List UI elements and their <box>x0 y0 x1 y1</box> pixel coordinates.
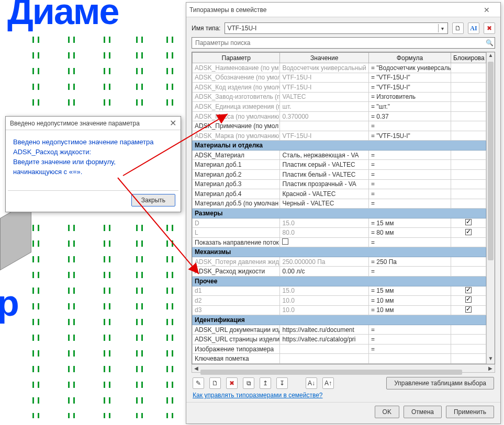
cancel-button[interactable]: Отмена <box>404 406 442 418</box>
table-row[interactable]: D15.0= 15 мм <box>193 218 486 228</box>
group-header[interactable]: Размеры <box>193 209 486 219</box>
table-row[interactable]: ADSK_Завод-изготовитель (пVALTEC= Изгото… <box>193 92 486 102</box>
cell-lock[interactable] <box>451 354 486 364</box>
horizontal-scrollbar[interactable]: ◀ ▶ <box>192 364 495 373</box>
cell-formula[interactable]: = "VTF-15U-І" <box>369 131 451 141</box>
sort-asc-button[interactable]: A↓ <box>306 377 317 389</box>
new-type-button[interactable]: 🗋 <box>452 22 464 34</box>
cell-parameter[interactable]: ADSK_Расход жидкости <box>193 267 280 277</box>
cell-parameter[interactable]: ADSK_URL страницы изделия <box>193 335 280 344</box>
cell-lock[interactable] <box>451 150 486 160</box>
cell-parameter[interactable]: Материал доб.1 <box>193 160 280 170</box>
cell-value[interactable]: 0.00 л/с <box>280 267 369 277</box>
col-header-value[interactable]: Значение <box>280 53 369 63</box>
move-up-button[interactable]: ↥ <box>260 377 271 389</box>
type-name-combo[interactable]: VTF-15U-І ▾ <box>225 22 448 34</box>
cell-parameter[interactable]: d2 <box>193 296 280 306</box>
error-close-button[interactable]: Закрыть <box>131 194 175 206</box>
cell-formula[interactable]: = <box>369 335 451 344</box>
cell-formula[interactable]: = <box>369 170 451 180</box>
close-icon[interactable]: ✕ <box>476 6 497 14</box>
table-row[interactable]: Материал доб.1Пластик серый - VALTEC= <box>193 160 486 170</box>
checkbox-checked[interactable] <box>465 296 472 303</box>
cell-value[interactable]: шт. <box>280 102 369 112</box>
cell-value[interactable]: Черный - VALTEC <box>280 199 369 209</box>
cell-formula[interactable]: = "VTF-15U-І" <box>369 73 451 83</box>
checkbox-checked[interactable] <box>465 229 472 235</box>
table-row[interactable]: Материал доб.5 (по умолчанЧерный - VALTE… <box>193 199 486 209</box>
group-header[interactable]: Материалы и отделка <box>193 141 486 151</box>
cell-parameter[interactable]: Ключевая пометка <box>193 354 280 364</box>
cell-parameter[interactable]: ADSK_Марка (по умолчанию) <box>193 131 280 141</box>
cell-formula[interactable]: = "VTF-15U-І" <box>369 83 451 93</box>
cell-parameter[interactable]: ADSK_Обозначение (по умол <box>193 73 280 83</box>
cell-formula[interactable]: = <box>369 189 451 199</box>
cell-value[interactable] <box>280 354 369 364</box>
scroll-left-icon[interactable]: ◀ <box>192 365 200 371</box>
table-row[interactable]: d310.0= 10 мм <box>193 305 486 315</box>
cell-formula[interactable]: = <box>369 325 451 335</box>
table-row[interactable]: Размеры <box>193 209 486 219</box>
cell-lock[interactable] <box>451 83 486 93</box>
scroll-right-icon[interactable]: ▶ <box>486 365 495 371</box>
cell-lock[interactable] <box>451 160 486 170</box>
error-close-icon[interactable]: ✕ <box>170 118 176 128</box>
checkbox-checked[interactable] <box>465 219 472 225</box>
cell-parameter[interactable]: ADSK_URL документации изд <box>193 325 280 335</box>
table-row[interactable]: ADSK_Потеря давления жидк250.000000 Па= … <box>193 257 486 267</box>
ok-button[interactable]: OK <box>375 406 399 418</box>
cell-lock[interactable] <box>451 237 486 247</box>
manage-lookup-tables-button[interactable]: Управление таблицами выбора <box>386 377 494 389</box>
cell-lock[interactable] <box>451 63 486 73</box>
table-row[interactable]: Материал доб.3Пластик прозрачный - VA= <box>193 179 486 189</box>
cell-value[interactable] <box>280 237 369 247</box>
cell-value[interactable]: 10.0 <box>280 296 369 306</box>
cell-formula[interactable]: = "Водосчетчик универсальны <box>369 63 451 73</box>
table-row[interactable]: ADSK_Примечание (по умол= <box>193 121 486 131</box>
table-row[interactable]: ADSK_Код изделия (по умолчVTF-15U-І= "VT… <box>193 83 486 93</box>
cell-value[interactable]: Красной - VALTEC <box>280 189 369 199</box>
scroll-up-icon[interactable]: ▲ <box>487 52 495 61</box>
cell-formula[interactable]: = 80 мм <box>369 228 451 238</box>
cell-parameter[interactable]: ADSK_Единица измерения (п <box>193 102 280 112</box>
parameters-table[interactable]: Параметр Значение Формула Блокирова ADSK… <box>192 52 486 364</box>
cell-value[interactable]: Пластик прозрачный - VA <box>280 179 369 189</box>
cell-parameter[interactable]: Материал доб.4 <box>193 189 280 199</box>
rename-type-button[interactable]: AI <box>468 22 479 34</box>
table-row[interactable]: Материал доб.2Пластик белый - VALTEC= <box>193 170 486 180</box>
cell-value[interactable]: VTF-15U-І <box>280 131 369 141</box>
move-down-button[interactable]: ↧ <box>276 377 288 389</box>
cell-lock[interactable] <box>451 92 486 102</box>
cell-lock[interactable] <box>451 121 486 131</box>
cell-lock[interactable] <box>451 199 486 209</box>
cell-formula[interactable]: = <box>369 179 451 189</box>
table-row[interactable]: ADSK_URL страницы изделияhttps://valtec.… <box>193 335 486 344</box>
cell-lock[interactable] <box>451 170 486 180</box>
cell-lock[interactable] <box>451 218 486 228</box>
scroll-thumb[interactable] <box>488 62 494 260</box>
apply-button[interactable]: Применить <box>446 406 494 418</box>
cell-lock[interactable] <box>451 228 486 238</box>
cell-formula[interactable]: = <box>369 121 451 131</box>
cell-formula[interactable]: = 0.37 <box>369 111 451 121</box>
group-header[interactable]: Идентификация <box>193 315 486 325</box>
cell-lock[interactable] <box>451 189 486 199</box>
cell-parameter[interactable]: ADSK_Завод-изготовитель (п <box>193 92 280 102</box>
col-header-formula[interactable]: Формула <box>369 53 451 63</box>
cell-formula[interactable]: = <box>369 150 451 160</box>
cell-lock[interactable] <box>451 111 486 121</box>
checkbox-checked[interactable] <box>465 306 472 313</box>
cell-value[interactable]: https://valtec.ru/catalog/pri <box>280 335 369 344</box>
error-titlebar[interactable]: Введено недопустимое значение параметра … <box>6 117 181 130</box>
cell-value[interactable]: https://valtec.ru/document <box>280 325 369 335</box>
cell-parameter[interactable]: Изображение типоразмера <box>193 344 280 354</box>
cell-value[interactable]: VTF-15U-І <box>280 83 369 93</box>
cell-value[interactable]: VTF-15U-І <box>280 73 369 83</box>
table-row[interactable]: ADSK_МатериалСталь, нержавеющая - VA= <box>193 150 486 160</box>
table-row[interactable]: Изображение типоразмера= <box>193 344 486 354</box>
table-row[interactable]: ADSK_URL документации издhttps://valtec.… <box>193 325 486 335</box>
cell-value[interactable]: Водосчетчик универсальный <box>280 63 369 73</box>
col-header-lock[interactable]: Блокирова <box>451 53 486 63</box>
table-row[interactable]: Ключевая пометка <box>193 354 486 364</box>
cell-lock[interactable] <box>451 286 486 296</box>
